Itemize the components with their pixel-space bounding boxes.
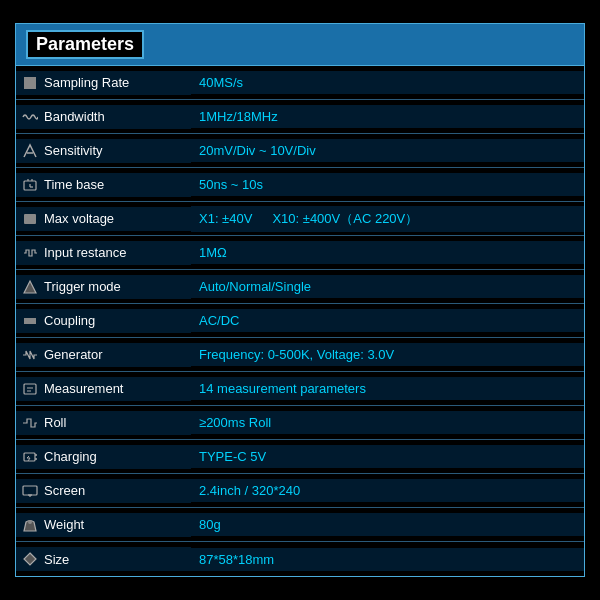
svg-rect-16 [23,486,37,495]
svg-rect-10 [24,384,36,394]
param-row-sampling-rate: Sampling Rate40MS/s [16,66,584,100]
param-label-input-restance: Input restance [44,245,126,260]
param-label-cell-max-voltage: Max voltage [16,207,191,231]
param-value-cell-measurement: 14 measurement parameters [191,377,584,400]
param-value-cell-input-restance: 1MΩ [191,241,584,264]
wave-icon [22,109,38,125]
param-value-cell-sensitivity: 20mV/Div ~ 10V/Div [191,139,584,162]
param-label-cell-size: Size [16,547,191,571]
header-bar: Parameters [15,23,585,66]
param-label-sampling-rate: Sampling Rate [44,75,129,90]
resistor-icon [22,245,38,261]
param-row-size: Size87*58*18mm [16,542,584,576]
param-row-input-restance: Input restance1MΩ [16,236,584,270]
svg-marker-8 [24,281,36,293]
param-value-cell-trigger-mode: Auto/Normal/Single [191,275,584,298]
param-label-measurement: Measurement [44,381,123,396]
param-row-weight: Weight80g [16,508,584,542]
param-value-cell-max-voltage: X1: ±40VX10: ±400V（AC 220V） [191,206,584,232]
param-row-trigger-mode: Trigger modeAuto/Normal/Single [16,270,584,304]
param-label-size: Size [44,552,69,567]
param-label-charging: Charging [44,449,97,464]
svg-point-19 [28,520,32,524]
param-row-roll: Roll≥200ms Roll [16,406,584,440]
param-value-cell-roll: ≥200ms Roll [191,411,584,434]
coupling-icon [22,313,38,329]
param-value-input-restance: 1MΩ [199,245,227,260]
parameters-table: Sampling Rate40MS/sBandwidth1MHz/18MHzSe… [15,66,585,577]
param-value-time-base: 50ns ~ 10s [199,177,263,192]
param-label-generator: Generator [44,347,103,362]
param-value-charging: TYPE-C 5V [199,449,266,464]
param-value-cell-sampling-rate: 40MS/s [191,71,584,94]
param-value-bandwidth: 1MHz/18MHz [199,109,278,124]
param-value-sampling-rate: 40MS/s [199,75,243,90]
svg-marker-20 [24,553,36,565]
param-label-max-voltage: Max voltage [44,211,114,226]
param-label-cell-sensitivity: Sensitivity [16,139,191,163]
param-label-cell-measurement: Measurement [16,377,191,401]
svg-rect-9 [24,318,36,324]
time-icon [22,177,38,193]
param-label-cell-charging: Charging [16,445,191,469]
param-label-cell-trigger-mode: Trigger mode [16,275,191,299]
param-value-generator: Frequency: 0-500K, Voltage: 3.0V [199,347,394,362]
param-label-bandwidth: Bandwidth [44,109,105,124]
param-value-cell-generator: Frequency: 0-500K, Voltage: 3.0V [191,343,584,366]
param-label-cell-sampling-rate: Sampling Rate [16,71,191,95]
param-value-measurement: 14 measurement parameters [199,381,366,396]
page-title: Parameters [26,30,144,59]
param-value-screen: 2.4inch / 320*240 [199,483,300,498]
param-label-trigger-mode: Trigger mode [44,279,121,294]
param-row-screen: Screen2.4inch / 320*240 [16,474,584,508]
param-label-weight: Weight [44,517,84,532]
param-label-cell-bandwidth: Bandwidth [16,105,191,129]
param-label-cell-coupling: Coupling [16,309,191,333]
param-value-max-voltage: X1: ±40V [199,211,252,226]
param-row-max-voltage: Max voltageX1: ±40VX10: ±400V（AC 220V） [16,202,584,236]
param-label-roll: Roll [44,415,66,430]
param-label-screen: Screen [44,483,85,498]
param-value-cell-charging: TYPE-C 5V [191,445,584,468]
param-row-measurement: Measurement14 measurement parameters [16,372,584,406]
sensitivity-icon [22,143,38,159]
screen-icon [22,483,38,499]
square-icon [22,75,38,91]
param-value-cell-coupling: AC/DC [191,309,584,332]
svg-rect-0 [24,77,36,89]
param-row-coupling: CouplingAC/DC [16,304,584,338]
param-value-cell-bandwidth: 1MHz/18MHz [191,105,584,128]
param-value-coupling: AC/DC [199,313,239,328]
param-row-sensitivity: Sensitivity20mV/Div ~ 10V/Div [16,134,584,168]
param-label-sensitivity: Sensitivity [44,143,103,158]
param-label-cell-generator: Generator [16,343,191,367]
measurement-icon [22,381,38,397]
param-value-sensitivity: 20mV/Div ~ 10V/Div [199,143,316,158]
roll-icon [22,415,38,431]
param-value-extra-max-voltage: X10: ±400V（AC 220V） [272,210,418,228]
param-label-cell-roll: Roll [16,411,191,435]
param-value-weight: 80g [199,517,221,532]
param-label-coupling: Coupling [44,313,95,328]
weight-icon [22,517,38,533]
param-value-cell-weight: 80g [191,513,584,536]
voltage-icon [22,211,38,227]
param-row-time-base: Time base50ns ~ 10s [16,168,584,202]
generator-icon [22,347,38,363]
param-label-cell-time-base: Time base [16,173,191,197]
param-value-cell-screen: 2.4inch / 320*240 [191,479,584,502]
param-value-size: 87*58*18mm [199,552,274,567]
param-value-roll: ≥200ms Roll [199,415,271,430]
param-label-cell-screen: Screen [16,479,191,503]
param-label-cell-input-restance: Input restance [16,241,191,265]
param-label-time-base: Time base [44,177,104,192]
param-row-charging: ChargingTYPE-C 5V [16,440,584,474]
charging-icon [22,449,38,465]
param-label-cell-weight: Weight [16,513,191,537]
param-value-cell-size: 87*58*18mm [191,548,584,571]
param-row-generator: GeneratorFrequency: 0-500K, Voltage: 3.0… [16,338,584,372]
trigger-icon [22,279,38,295]
param-row-bandwidth: Bandwidth1MHz/18MHz [16,100,584,134]
param-value-trigger-mode: Auto/Normal/Single [199,279,311,294]
svg-rect-7 [24,214,36,224]
